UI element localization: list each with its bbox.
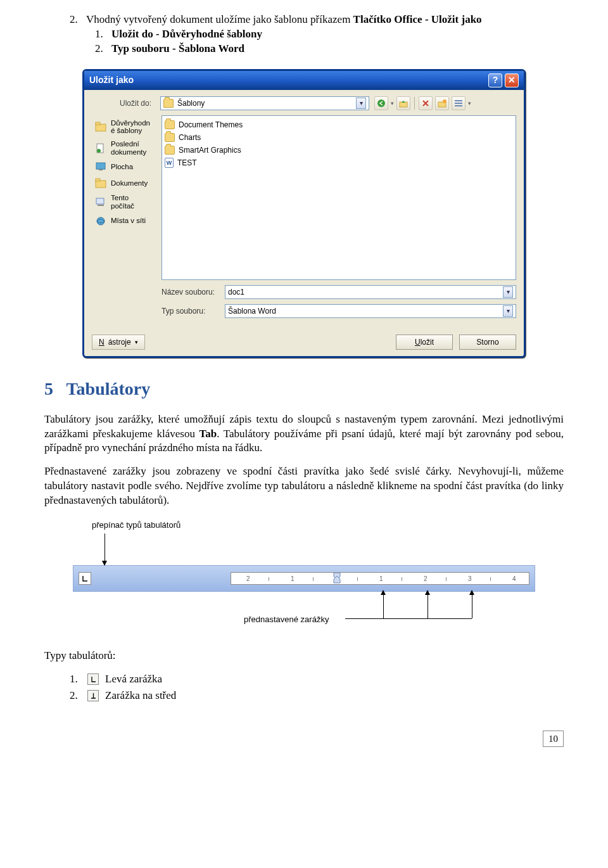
save-to-dropdown[interactable]: Šablony ▾ <box>160 96 369 110</box>
filetype-dropdown[interactable]: Šablona Word ▾ <box>225 304 516 318</box>
left-tab-icon <box>87 673 99 685</box>
paragraph: Přednastavené zarážky jsou zobrazeny ve … <box>44 464 564 508</box>
tab-types-heading: Typy tabulátorů: <box>44 649 564 663</box>
svg-rect-4 <box>455 100 462 101</box>
tab-type-item: 2. Zarážka na střed <box>70 689 564 703</box>
chevron-down-icon[interactable]: ▾ <box>503 286 513 298</box>
views-button[interactable] <box>452 96 466 110</box>
sub-item-2: 2. Typ souboru - Šablona Word <box>70 42 564 56</box>
chevron-down-icon[interactable]: ▾ <box>503 305 513 317</box>
svg-point-0 <box>377 99 385 107</box>
list-item[interactable]: TEST <box>165 156 513 169</box>
folder-icon <box>165 133 175 142</box>
svg-point-17 <box>97 217 104 225</box>
close-button[interactable]: ✕ <box>505 73 519 87</box>
ruler[interactable]: 2 1 1 2 3 4 <box>231 572 529 585</box>
list-item[interactable]: Document Themes <box>165 118 513 131</box>
delete-button[interactable] <box>419 96 433 110</box>
num: 2. <box>70 13 81 27</box>
paragraph: Tabulátory jsou zarážky, které umožňují … <box>44 412 564 456</box>
dialog-toolbar: ▾ ▾ <box>374 96 471 110</box>
save-to-label: Uložit do: <box>92 98 155 108</box>
cancel-button[interactable]: Storno <box>459 335 516 350</box>
svg-rect-15 <box>96 198 104 204</box>
center-tab-icon <box>87 690 99 701</box>
indent-marker[interactable] <box>332 572 341 585</box>
up-folder-button[interactable] <box>396 96 410 110</box>
folder-icon <box>94 177 107 189</box>
network-icon <box>94 215 107 227</box>
tab-type-selector[interactable] <box>79 572 91 585</box>
dialog-title: Uložit jako <box>89 74 486 86</box>
help-button[interactable]: ? <box>488 73 502 87</box>
filename-label: Název souboru: <box>162 287 225 297</box>
svg-rect-11 <box>96 163 105 169</box>
sub-item-1: 1. Uložit do - Důvěryhodné šablony <box>70 27 564 42</box>
places-sidebar: Důvěryhodn é šablony Poslední dokumenty … <box>92 115 162 280</box>
word-file-icon <box>165 158 174 168</box>
sidebar-item-computer[interactable]: Tento počítač <box>92 191 162 212</box>
svg-rect-5 <box>455 103 462 104</box>
arrow-up-icon <box>428 592 428 618</box>
text: Vhodný vytvořený dokument uložíme jako š… <box>86 13 482 27</box>
desktop-icon <box>94 161 107 172</box>
folder-icon <box>165 146 175 155</box>
svg-point-10 <box>97 149 101 153</box>
sidebar-item-trusted-templates[interactable]: Důvěryhodn é šablony <box>92 117 162 137</box>
figure-label-2: přednastavené zarážky <box>244 614 329 625</box>
arrow-up-icon <box>472 592 472 618</box>
folder-icon <box>163 99 174 108</box>
folder-icon <box>165 120 175 129</box>
list-item[interactable]: SmartArt Graphics <box>165 144 513 156</box>
svg-rect-7 <box>96 124 106 131</box>
svg-rect-12 <box>99 169 103 170</box>
section-heading: 5 Tabulátory <box>44 377 564 401</box>
save-button[interactable]: Uložit <box>396 335 453 350</box>
computer-icon <box>94 196 107 208</box>
figure-label-1: přepínač typů tabulátorů <box>92 520 535 531</box>
file-list[interactable]: Document Themes Charts SmartArt Graphics… <box>162 115 516 280</box>
ruler-bar: 2 1 1 2 3 4 <box>73 565 535 592</box>
sidebar-item-desktop[interactable]: Plocha <box>92 158 162 175</box>
sidebar-item-network[interactable]: Místa v síti <box>92 213 162 229</box>
dialog-titlebar[interactable]: Uložit jako ? ✕ <box>84 71 524 90</box>
back-button[interactable] <box>374 96 388 110</box>
svg-point-3 <box>443 99 446 103</box>
page-number: 10 <box>543 731 564 747</box>
chevron-down-icon[interactable]: ▾ <box>356 98 366 109</box>
svg-rect-16 <box>98 205 104 206</box>
arrow-up-icon <box>383 592 384 618</box>
doc-line-2: 2. Vhodný vytvořený dokument uložíme jak… <box>70 13 564 27</box>
sidebar-item-recent[interactable]: Poslední dokumenty <box>92 137 162 158</box>
sidebar-item-documents[interactable]: Dokumenty <box>92 175 162 191</box>
svg-rect-1 <box>400 102 407 107</box>
svg-rect-13 <box>96 181 106 188</box>
svg-rect-6 <box>455 105 462 106</box>
list-item[interactable]: Charts <box>165 131 513 144</box>
tools-button[interactable]: Nástroje ▾ <box>92 335 145 350</box>
svg-rect-8 <box>96 122 100 125</box>
ruler-figure: přepínač typů tabulátorů 2 1 1 2 3 4 <box>73 520 535 630</box>
new-folder-button[interactable] <box>435 96 449 110</box>
recent-icon <box>94 143 107 154</box>
arrow-down-icon <box>104 533 105 565</box>
save-as-dialog: Uložit jako ? ✕ Uložit do: Šablony ▾ ▾ <box>82 69 526 358</box>
filename-input[interactable]: doc1 ▾ <box>225 285 516 299</box>
filetype-label: Typ souboru: <box>162 306 225 316</box>
svg-rect-14 <box>96 179 100 181</box>
tab-type-item: 1. Levá zarážka <box>70 672 564 687</box>
folder-icon <box>94 121 107 132</box>
